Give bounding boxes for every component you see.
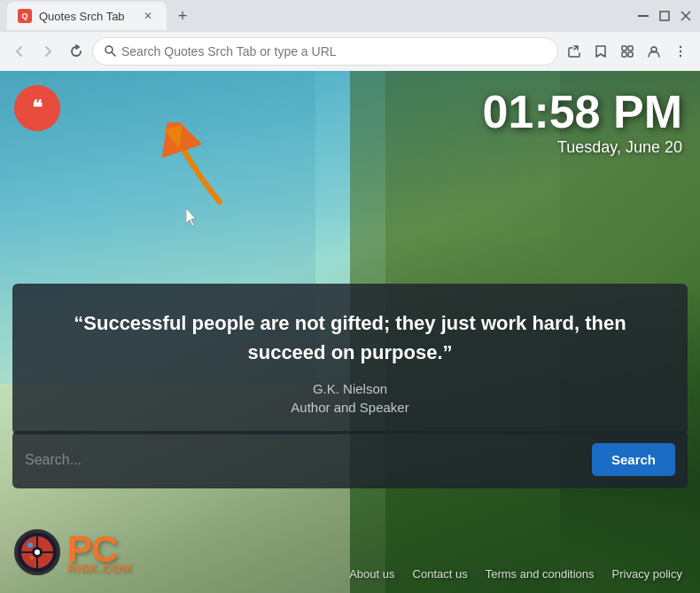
svg-rect-8 (622, 52, 626, 57)
close-button[interactable] (679, 9, 693, 23)
profile-icon[interactable] (642, 39, 666, 64)
pcrisk-logo[interactable]: PC RISK.COM (14, 529, 132, 575)
quote-text: “Successful people are not gifted; they … (39, 308, 661, 367)
quotes-logo[interactable]: ❝ (14, 85, 60, 131)
reload-button[interactable] (64, 39, 89, 64)
forward-button[interactable] (35, 39, 60, 64)
footer-links: About us Contact us Terms and conditions… (349, 567, 682, 581)
svg-point-11 (680, 46, 681, 48)
quote-role: Author and Speaker (39, 400, 661, 415)
footer-link-contact[interactable]: Contact us (413, 567, 468, 581)
svg-point-13 (680, 55, 681, 57)
active-tab[interactable]: Q Quotes Srch Tab ✕ (7, 2, 167, 30)
browser-toolbar (0, 32, 700, 71)
quote-box: “Successful people are not gifted; they … (12, 284, 688, 434)
url-input[interactable] (121, 44, 547, 59)
window-controls (636, 9, 693, 23)
logo-wordmark: PC RISK.COM (67, 531, 132, 574)
quotes-icon: ❝ (32, 97, 43, 120)
tab-close-button[interactable]: ✕ (140, 8, 156, 24)
maximize-button[interactable] (657, 9, 672, 23)
svg-line-5 (112, 52, 115, 56)
svg-rect-1 (660, 12, 669, 20)
title-bar: Q Quotes Srch Tab ✕ + (0, 0, 700, 32)
svg-rect-0 (638, 15, 649, 17)
footer-link-about[interactable]: About us (349, 567, 394, 581)
search-icon (104, 44, 116, 59)
logo-icon (14, 529, 60, 575)
svg-rect-9 (628, 52, 633, 57)
toolbar-icons (562, 39, 693, 64)
svg-point-24 (41, 545, 44, 549)
svg-point-12 (680, 51, 681, 52)
clock: 01:58 PM Tuesday, June 20 (483, 89, 682, 157)
page-content: ❝ 01:58 PM Tuesday, June 20 “Successful … (0, 71, 700, 593)
browser-chrome: Q Quotes Srch Tab ✕ + (0, 0, 700, 71)
logo-risk: RISK.COM (67, 563, 132, 574)
clock-time: 01:58 PM (483, 89, 682, 135)
minimize-button[interactable] (636, 9, 650, 23)
search-button[interactable]: Search (592, 443, 675, 476)
footer-link-terms[interactable]: Terms and conditions (486, 567, 595, 581)
footer-link-privacy[interactable]: Privacy policy (612, 567, 682, 581)
svg-point-22 (27, 542, 33, 548)
share-icon[interactable] (562, 39, 587, 64)
menu-icon[interactable] (668, 39, 693, 64)
address-bar[interactable] (92, 37, 558, 66)
svg-rect-6 (622, 46, 626, 51)
svg-point-23 (30, 556, 35, 560)
svg-point-21 (35, 550, 40, 555)
quote-author: G.K. Nielson (39, 381, 661, 396)
orange-arrow-annotation (149, 122, 246, 215)
svg-rect-7 (628, 46, 633, 51)
extensions-icon[interactable] (615, 39, 640, 64)
search-bar: Search (12, 431, 688, 488)
back-button[interactable] (7, 39, 32, 64)
search-input[interactable] (25, 452, 583, 468)
clock-date: Tuesday, June 20 (483, 138, 682, 157)
tab-favicon: Q (18, 9, 32, 23)
tab-title: Quotes Srch Tab (39, 10, 125, 23)
bookmark-icon[interactable] (588, 39, 613, 64)
new-tab-button[interactable]: + (170, 4, 195, 28)
